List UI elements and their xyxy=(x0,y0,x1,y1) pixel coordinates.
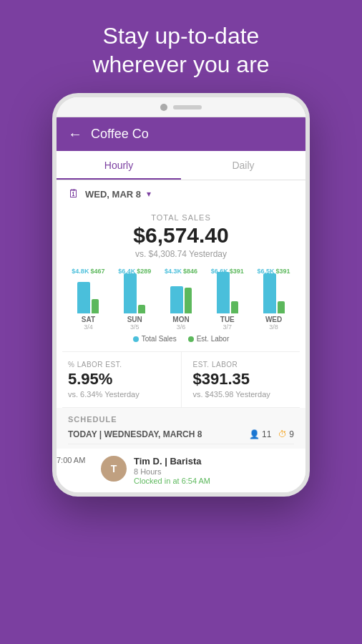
bar-label-green: $846 xyxy=(183,268,197,275)
avatar-initials: T xyxy=(111,463,117,474)
legend-total-sales: Total Sales xyxy=(133,335,177,343)
tab-daily[interactable]: Daily xyxy=(181,151,305,180)
metric-est-labor-vs: vs. $435.98 Yesterday xyxy=(193,390,295,399)
bars-wrapper xyxy=(124,276,145,313)
metric-labor-pct-value: 5.95% xyxy=(68,370,170,389)
calendar-icon: 🗓 xyxy=(68,187,79,200)
phone-frame: ← Coffee Co Hourly Daily 🗓 WED, MAR 8 ▾ … xyxy=(52,93,310,497)
bar-green xyxy=(185,288,192,313)
tabs: Hourly Daily xyxy=(57,151,305,180)
entry-time: 7:00 AM xyxy=(57,456,94,464)
schedule-entry-1: 7:00 AM T Tim D. | Barista 8 Hours Clock… xyxy=(52,449,310,492)
bar-day: TUE xyxy=(220,316,235,323)
bar-green xyxy=(278,301,285,313)
tab-hourly[interactable]: Hourly xyxy=(57,151,181,180)
bar-label-green: $391 xyxy=(276,268,290,275)
bar-date: 3/5 xyxy=(130,323,140,331)
date-label: WED, MAR 8 xyxy=(85,189,141,200)
schedule-date-label: TODAY | WEDNESDAY, MARCH 8 xyxy=(68,429,202,439)
app-title: Coffee Co xyxy=(91,127,149,142)
stat-clock: ⏱ 9 xyxy=(278,429,294,439)
legend-dot-green xyxy=(188,336,194,342)
bar-group-mon: $4.3K $846 MON 3/6 xyxy=(162,268,200,331)
bar-labels-top: $4.3K $846 xyxy=(165,268,197,275)
metric-est-labor-value: $391.35 xyxy=(193,370,295,389)
legend-dot-blue xyxy=(133,336,139,342)
bar-labels-top: $4.8K $467 xyxy=(72,268,104,275)
app-header: ← Coffee Co xyxy=(57,117,305,151)
entry-status: Clocked in at 6:54 AM xyxy=(134,477,305,485)
vs-yesterday: vs. $4,308.74 Yesterday xyxy=(68,249,294,259)
bar-day: MON xyxy=(172,316,189,323)
metrics-row: % LABOR EST. 5.95% vs. 6.34% Yesterday E… xyxy=(57,352,305,407)
bars-wrapper xyxy=(263,276,285,313)
chevron-down-icon: ▾ xyxy=(147,189,151,199)
bar-blue xyxy=(77,282,90,313)
bar-label-blue: $4.3K xyxy=(165,268,182,275)
clock-icon: ⏱ xyxy=(278,429,287,439)
entry-name: Tim D. xyxy=(134,456,162,467)
bar-group-tue: $6.6K $391 TUE 3/7 xyxy=(209,268,246,331)
schedule-date-row: TODAY | WEDNESDAY, MARCH 8 👤 11 ⏱ 9 xyxy=(68,424,294,444)
sales-section: TOTAL SALES $6,574.40 vs. $4,308.74 Yest… xyxy=(57,208,305,268)
phone-top-bar xyxy=(57,97,305,117)
bar-date: 3/7 xyxy=(223,323,233,331)
date-row[interactable]: 🗓 WED, MAR 8 ▾ xyxy=(57,180,305,208)
schedule-title: SCHEDULE xyxy=(68,415,294,424)
clock-count: 9 xyxy=(289,429,294,439)
bar-label-green: $289 xyxy=(137,268,151,275)
bar-date: 3/8 xyxy=(269,323,278,331)
schedule-stats: 👤 11 ⏱ 9 xyxy=(249,429,294,439)
bar-label-blue: $4.8K xyxy=(72,268,89,275)
bar-blue xyxy=(263,273,276,313)
metric-est-labor-label: EST. LABOR xyxy=(193,361,295,369)
bar-blue xyxy=(217,272,230,313)
headline-line2: wherever you are xyxy=(92,52,269,77)
legend-total-sales-label: Total Sales xyxy=(142,335,177,343)
bars-wrapper xyxy=(217,276,238,313)
back-button[interactable]: ← xyxy=(68,126,82,142)
bar-group-sun: $6.4K $289 SUN 3/5 xyxy=(116,268,153,331)
bars-wrapper xyxy=(170,276,192,313)
entry-name-role: Tim D. | Barista xyxy=(134,456,305,467)
bar-label-green: $467 xyxy=(90,268,104,275)
phone-camera xyxy=(160,104,167,111)
bar-group-sat: $4.8K $467 SAT 3/4 xyxy=(69,268,107,331)
entry-info: Tim D. | Barista 8 Hours Clocked in at 6… xyxy=(134,456,305,485)
people-count: 11 xyxy=(262,429,271,439)
bar-day: SAT xyxy=(82,316,95,323)
metric-labor-pct: % LABOR EST. 5.95% vs. 6.34% Yesterday xyxy=(57,352,182,407)
bar-green xyxy=(138,305,145,313)
metric-labor-pct-vs: vs. 6.34% Yesterday xyxy=(68,390,170,399)
bar-green xyxy=(92,299,99,313)
bar-date: 3/6 xyxy=(177,323,186,331)
chart-area: $4.8K $467 SAT 3/4 $6.4K $289 SUN 3/5 $4… xyxy=(57,268,305,351)
headline-line1: Stay up-to-date xyxy=(103,23,260,49)
bar-blue xyxy=(170,286,183,313)
bar-day: SUN xyxy=(127,316,142,323)
bar-day: WED xyxy=(265,316,282,323)
entry-duration: 8 Hours xyxy=(134,467,305,476)
total-sales-label: TOTAL SALES xyxy=(68,213,294,222)
bars-wrapper xyxy=(77,276,99,313)
entry-role: Barista xyxy=(170,456,201,467)
bar-green xyxy=(231,301,238,313)
phone-speaker xyxy=(173,105,202,109)
total-sales-value: $6,574.40 xyxy=(68,223,294,248)
legend-est-labor: Est. Labor xyxy=(188,335,230,343)
metric-est-labor: EST. LABOR $391.35 vs. $435.98 Yesterday xyxy=(182,352,306,407)
legend-est-labor-label: Est. Labor xyxy=(197,335,230,343)
bar-blue xyxy=(124,273,137,313)
metric-labor-pct-label: % LABOR EST. xyxy=(68,361,170,369)
headline: Stay up-to-date wherever you are xyxy=(0,21,362,79)
entry-avatar: T xyxy=(101,456,127,482)
bar-group-wed: $6.5K $391 WED 3/8 xyxy=(255,268,293,331)
chart-legend: Total Sales Est. Labor xyxy=(62,331,300,348)
bar-date: 3/4 xyxy=(84,323,93,331)
stat-people: 👤 11 xyxy=(249,429,271,439)
people-icon: 👤 xyxy=(249,429,260,439)
chart-bars: $4.8K $467 SAT 3/4 $6.4K $289 SUN 3/5 $4… xyxy=(62,273,300,331)
schedule-section: SCHEDULE TODAY | WEDNESDAY, MARCH 8 👤 11… xyxy=(57,408,305,449)
bar-label-green: $391 xyxy=(230,268,244,275)
